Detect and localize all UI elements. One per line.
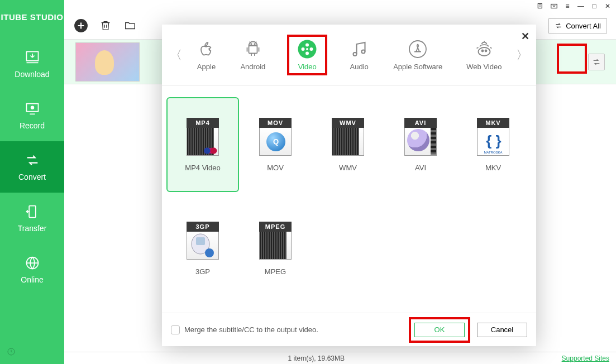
format-mov[interactable]: MOV Q MOV xyxy=(239,97,312,192)
convert-small-icon xyxy=(592,58,601,66)
menu-icon[interactable]: ≡ xyxy=(564,2,571,10)
status-bar: 1 item(s), 19.63MB Supported Sites xyxy=(64,352,616,364)
svg-point-16 xyxy=(310,47,313,51)
download-icon xyxy=(25,50,40,65)
nav-online[interactable]: Online xyxy=(0,244,64,295)
record-icon xyxy=(25,101,40,117)
svg-point-20 xyxy=(409,41,426,58)
format-mkv[interactable]: MKV { }MATROSKA MKV xyxy=(457,97,529,192)
svg-point-13 xyxy=(305,44,309,47)
sidebar: ITUBE STUDIO Download Record Convert Tra… xyxy=(0,0,64,364)
mkv-icon: MKV { }MATROSKA xyxy=(477,118,509,156)
feedback-icon[interactable] xyxy=(537,2,545,10)
3gp-icon: 3GP xyxy=(187,222,219,260)
video-thumbnail xyxy=(75,42,140,82)
nav-record[interactable]: Record xyxy=(0,90,64,141)
svg-point-17 xyxy=(306,48,308,50)
svg-point-23 xyxy=(485,50,486,52)
format-category-tabs: 〈 Apple Android Video Audio Apple Softwa… xyxy=(162,25,536,86)
app-store-icon xyxy=(408,39,428,59)
status-text: 1 item(s), 19.63MB xyxy=(71,355,562,362)
mov-icon: MOV Q xyxy=(259,118,292,156)
ok-button[interactable]: OK xyxy=(414,323,465,337)
svg-rect-6 xyxy=(538,3,542,8)
rate-icon[interactable] xyxy=(550,2,558,10)
svg-point-18 xyxy=(354,52,357,56)
nav-download[interactable]: Download xyxy=(0,39,64,90)
svg-point-22 xyxy=(481,50,483,52)
merge-subtitle-checkbox[interactable] xyxy=(171,325,180,334)
supported-sites-link[interactable]: Supported Sites xyxy=(562,355,609,362)
transfer-icon xyxy=(25,204,40,219)
highlight-convert-item xyxy=(557,44,587,74)
svg-point-19 xyxy=(362,50,365,54)
nav-transfer[interactable]: Transfer xyxy=(0,193,64,244)
tab-android[interactable]: Android xyxy=(238,35,268,75)
nav-convert[interactable]: Convert xyxy=(0,141,64,193)
convert-all-icon xyxy=(555,22,562,30)
merge-subtitle-label: Merge the subtitle/CC to the output vide… xyxy=(184,325,318,334)
tab-apple-software[interactable]: Apple Software xyxy=(391,35,445,75)
format-mpeg[interactable]: MPEG MPEG xyxy=(239,201,312,296)
web-video-icon xyxy=(474,39,494,59)
minimize-icon[interactable]: — xyxy=(577,2,585,10)
tab-video[interactable]: Video xyxy=(287,35,327,75)
svg-point-29 xyxy=(205,248,214,257)
convert-icon xyxy=(25,152,40,168)
apple-logo-icon xyxy=(196,39,216,59)
close-window-icon[interactable]: ✕ xyxy=(604,2,612,10)
tabs-prev-arrow[interactable]: 〈 xyxy=(168,47,184,64)
convert-all-button[interactable]: Convert All xyxy=(548,18,607,33)
format-mp4[interactable]: MP4 MP4 Video xyxy=(166,97,239,192)
svg-point-21 xyxy=(478,47,490,56)
svg-point-2 xyxy=(31,106,34,109)
format-wmv[interactable]: WMV WMV xyxy=(312,97,384,192)
delete-button[interactable] xyxy=(98,18,113,33)
globe-icon xyxy=(25,255,40,271)
folder-button[interactable] xyxy=(122,18,138,33)
svg-point-14 xyxy=(305,52,309,55)
app-title: ITUBE STUDIO xyxy=(0,0,64,39)
music-note-icon xyxy=(349,39,369,59)
tab-web-video[interactable]: Web Video xyxy=(464,35,504,75)
svg-point-25 xyxy=(204,147,211,154)
format-3gp[interactable]: 3GP 3GP xyxy=(166,201,239,296)
mpeg-icon: MPEG xyxy=(259,222,292,260)
svg-rect-28 xyxy=(196,237,205,245)
convert-item-button[interactable] xyxy=(588,54,605,70)
tab-audio[interactable]: Audio xyxy=(347,35,371,75)
cancel-button[interactable]: Cancel xyxy=(477,323,527,337)
avi-icon: AVI xyxy=(404,118,437,156)
format-avi[interactable]: AVI AVI xyxy=(384,97,457,192)
svg-rect-9 xyxy=(249,46,257,54)
format-grid: MP4 MP4 Video MOV Q MOV WMV WMV AVI AV xyxy=(162,86,536,316)
titlebar: ≡ — □ ✕ xyxy=(64,0,616,12)
video-reel-icon xyxy=(297,39,317,59)
wmv-icon: WMV xyxy=(332,118,364,156)
svg-point-11 xyxy=(254,44,255,45)
add-button[interactable] xyxy=(73,18,89,33)
tab-apple[interactable]: Apple xyxy=(194,35,218,75)
history-icon[interactable] xyxy=(7,347,16,358)
svg-point-10 xyxy=(251,44,252,45)
svg-rect-3 xyxy=(29,206,36,218)
tabs-next-arrow[interactable]: 〉 xyxy=(514,47,531,64)
format-modal: ✕ 〈 Apple Android Video Audio Apple Soft xyxy=(162,25,536,346)
highlight-ok: OK xyxy=(409,317,470,343)
android-icon xyxy=(243,39,263,59)
mp4-icon: MP4 xyxy=(187,118,219,156)
modal-close-icon[interactable]: ✕ xyxy=(521,30,529,42)
modal-footer: Merge the subtitle/CC to the output vide… xyxy=(162,313,536,346)
svg-point-15 xyxy=(302,47,305,51)
maximize-icon[interactable]: □ xyxy=(590,2,598,10)
svg-point-26 xyxy=(211,147,217,154)
